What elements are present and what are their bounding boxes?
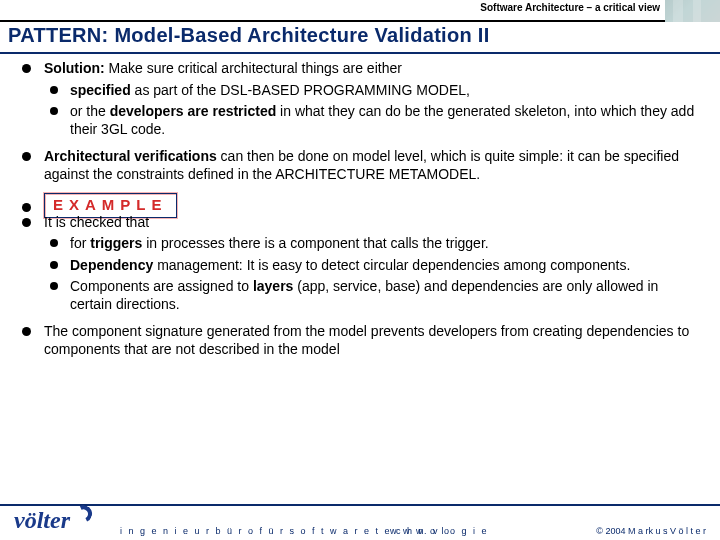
solution-sublist: specified as part of the DSL-BASED PROGR… [44,82,698,139]
corner-graphic [665,0,720,22]
signature-text: The component signature generated from t… [44,323,689,357]
t: for [70,235,90,251]
title-rule [0,52,720,54]
pattern-title: PATTERN: Model-Based Architecture Valida… [8,24,712,47]
checked-sublist: for triggers in processes there is a com… [44,235,698,313]
solution-sub-1: specified as part of the DSL-BASED PROGR… [44,82,698,100]
checked-list: It is checked that for triggers in proce… [18,214,698,359]
t: Dependency [70,257,153,273]
solution-sub-2: or the developers are restricted in what… [44,103,698,138]
top-rule [0,20,665,22]
t: triggers [90,235,142,251]
slide: { "header": { "supertitle": "Software Ar… [0,0,720,540]
footer: völter i n g e n i e u r b ü r o f ü r s… [0,504,720,540]
t: layers [253,278,293,294]
footer-url: w w w. v o [390,526,451,536]
t: developers are restricted [110,103,277,119]
supertitle: Software Architecture – a critical view [480,2,660,13]
bullet-arch: Architectural verifications can then be … [18,148,698,183]
t: management: It is easy to detect circula… [153,257,630,273]
checked-sub-1: for triggers in processes there is a com… [44,235,698,253]
top-bar: Software Architecture – a critical view [0,0,720,22]
t: as part of the DSL-BASED PROGRAMMING MOD… [131,82,470,98]
footer-rule [0,504,720,506]
checked-sub-2: Dependency management: It is easy to det… [44,257,698,275]
bullet-signature: The component signature generated from t… [18,323,698,358]
footer-copyright: © 2004 M a rk u s V ö l t e r [596,526,706,536]
t: Components are assigned to [70,278,253,294]
t: in processes there is a component that c… [142,235,488,251]
arch-lead: Architectural verifications [44,148,217,164]
bullet-checked: It is checked that for triggers in proce… [18,214,698,314]
checked-sub-3: Components are assigned to layers (app, … [44,278,698,313]
checked-intro: It is checked that [44,214,149,230]
top-list: Solution: Make sure critical architectur… [18,60,698,183]
logo: völter [14,507,90,534]
solution-rest: Make sure critical architectural things … [105,60,402,76]
t: or the [70,103,110,119]
solution-lead: Solution: [44,60,105,76]
bullet-solution: Solution: Make sure critical architectur… [18,60,698,138]
t: specified [70,82,131,98]
slide-body: Solution: Make sure critical architectur… [18,60,698,368]
